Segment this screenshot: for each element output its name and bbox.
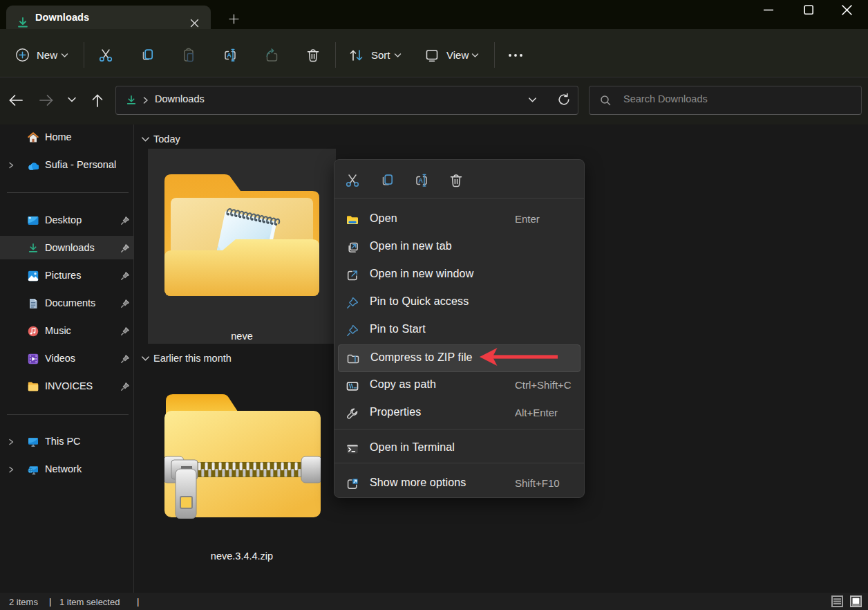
svg-text:A: A [227,51,232,59]
svg-text:A: A [418,176,423,184]
